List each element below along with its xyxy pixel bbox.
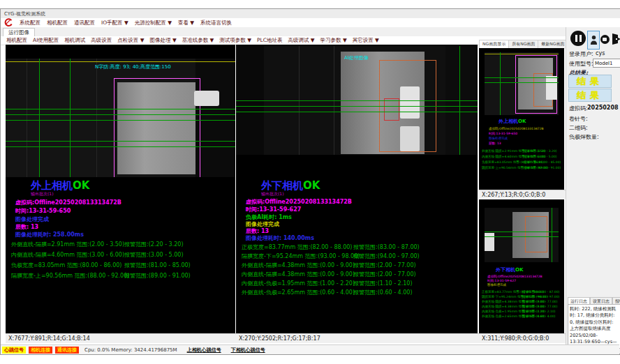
menu-item-light-config[interactable]: 光源控制配置 ▼ <box>135 20 172 26</box>
result-badge-bottom: 结果 <box>568 89 612 102</box>
mini-barcode: 虚拟码:Offline2025020813313472B <box>489 127 544 130</box>
mini-process-done: 图像处理完成 <box>489 137 508 140</box>
cursor-status-left: X:7677;Y:891;R:14;G:14;B:14 <box>6 333 238 343</box>
comm-connection-badge: 通讯连接 <box>55 347 79 354</box>
ng-image-top[interactable] <box>485 52 559 115</box>
mini-alarm: 报警范围:(0.60 - 4.00) <box>522 314 556 318</box>
camera-image-middle[interactable]: AI处理图像 <box>236 46 478 155</box>
cursor-status-ng-bottom: X:311;Y:980;R:0;G:0;B:0 <box>479 333 567 343</box>
overlay-line-green <box>6 109 235 109</box>
measurement-row: 外侧直线-负极=2.65mm 范围:(0.60 - 4.00) 报警范围:(0.… <box>236 289 478 296</box>
cursor-coordinates: X:311;Y:980;R:0;G:0;B:0 <box>482 335 549 342</box>
overlay-line-green <box>236 106 478 107</box>
mini-alarm: 报警范围:(89.00 - 91.00) <box>524 166 561 169</box>
tabbar: 运行图像 <box>1 27 618 37</box>
tool-test-params[interactable]: 测试项参数 ▼ <box>219 37 251 44</box>
tool-other-settings[interactable]: 其它设置 ▼ <box>353 37 379 44</box>
app-status-bar: 心跳信号 相机连接 通讯连接 Cpu: 0.0% Memory: 3424.41… <box>1 344 619 354</box>
scene-dark-column <box>195 59 235 177</box>
measurement-row: 隔膜宽度-上=90.56mm 范围:(88.00 - 92.00) 报警范围:(… <box>6 272 235 279</box>
model-label: 使用型号: <box>569 60 593 68</box>
user-button[interactable] <box>587 31 600 50</box>
log-textbox[interactable]: 耗时: 222, 绝缘检测耗时: 17, 绝缘分类耗时: 0, 绝缘提取分区耗时… <box>568 304 620 349</box>
workpiece <box>117 82 195 174</box>
tool-learn-params[interactable]: 学习参数 ▼ <box>320 37 347 44</box>
measurement-text: 外侧直线-隔膜=2.91mm 范围:(2.00 - 3.50) <box>11 241 124 248</box>
camera-view-middle: AI处理图像 外下相机OK 输出批次(1) 虚拟码:Offline2025020… <box>236 45 478 333</box>
exit-button[interactable] <box>610 31 620 47</box>
heartbeat-badge: 心跳信号 <box>2 347 26 354</box>
overlay-label: N字防:高度: 93; 40;高度范围:150 <box>95 63 171 70</box>
tool-plc-address[interactable]: PLC地址表 <box>257 37 282 44</box>
overlay-roi-rect-red <box>384 98 399 121</box>
camera-title: 外下相机 <box>261 179 303 192</box>
user-icon <box>590 35 598 45</box>
mini-alarm: 报警范围:(2.00 - 77.00) <box>522 300 557 303</box>
tool-camera-debug[interactable]: 相机调试 <box>64 37 85 44</box>
overlay-line-green <box>70 59 71 177</box>
result-text: 结果 <box>577 89 603 102</box>
alarm-range: 报警范围:(2.00 - 77.00) <box>353 271 416 278</box>
alarm-range: 报警范围:(94.00 - 97.00) <box>353 252 420 260</box>
mini-time: 时间:13-31-59-650 <box>489 132 517 135</box>
menu-item-io-config[interactable]: IO手配置 ▼ <box>101 20 128 26</box>
ng-view-top: 外上相机OK 虚拟码:Offline2025020813313472B 时间:1… <box>479 48 564 190</box>
menu-item-language-switch[interactable]: 系统语言切换 <box>200 20 232 26</box>
tool-image-processing[interactable]: 图像处理 ▼ <box>150 37 177 44</box>
tool-ai-usage-config[interactable]: AI使用配置 <box>33 37 59 44</box>
model-input[interactable]: Model1 <box>593 59 620 68</box>
log-text: 耗时: 222, 绝缘检测耗时: 17, 绝缘分类耗时: 0, 绝缘提取分区耗时… <box>570 306 617 349</box>
pause-button[interactable] <box>570 31 586 46</box>
bright-feature <box>485 233 494 251</box>
mini-camera-result: 外下相机OK <box>496 266 523 273</box>
window-title: CYG-视觉检测系统 <box>4 10 45 17</box>
measurement-row: 内侧直线-负极=1.95mm 范围:(1.00 - 2.20) 报警范围:(1.… <box>236 280 478 287</box>
overlay-line-green <box>6 141 235 142</box>
mini-alarm: 报警范围:(2.20 - 3.20) <box>524 149 557 153</box>
alarm-range: 报警范围:(3.00 - 5.00) <box>124 251 184 259</box>
tool-spot-check[interactable]: 点检设置 ▼ <box>117 37 144 44</box>
bright-feature <box>400 86 420 119</box>
mini-alarm: 报警范围:(83.00 - 87.00) <box>522 290 559 294</box>
menu-item-comm-config[interactable]: 通讯配置 <box>74 20 95 26</box>
measurement-text: 内侧直线-隔膜=4.38mm 范围:(0.00 - 9.00) <box>242 271 355 278</box>
overlay-line-green <box>485 232 559 232</box>
app-logo-icon <box>4 18 13 27</box>
measurement-row: 负极宽度=83.05mm 范围:(80.00 - 86.00) 报警范围:(81… <box>6 261 235 268</box>
mini-layers: 层数: 13 <box>489 142 501 145</box>
mini-camera-result: 外上相机OK <box>499 118 526 125</box>
result-text: 结果 <box>577 75 603 88</box>
overlay-line-green <box>6 114 235 115</box>
menu-item-camera-config[interactable]: 相机配置 <box>47 20 68 26</box>
alarm-range: 报警范围:(81.00 - 85.00) <box>124 261 191 269</box>
display-icon <box>600 35 610 44</box>
camera-image-left[interactable]: N字防:高度: 93; 40;高度范围:150 <box>6 59 235 177</box>
tool-advanced-debug[interactable]: 高级调试 ▼ <box>288 37 314 44</box>
alarm-range: 报警范围:(1.10 - 2.10) <box>353 280 413 287</box>
upper-camera-heartbeat-link[interactable]: 上相机心跳信号 <box>187 347 221 354</box>
scene-seam <box>27 59 27 177</box>
display-button[interactable] <box>600 32 610 46</box>
tool-advanced-settings[interactable]: 高级设置 <box>91 37 112 44</box>
mini-alarm: 报警范围:(3.00 - 5.00) <box>524 155 557 158</box>
overlay-line-green <box>485 236 559 237</box>
ng-view-bottom: 外下相机OK 虚拟码:Offline2025020813313472B 时间:1… <box>479 199 564 333</box>
output-batch-label: 输出批次(1) <box>261 191 284 197</box>
lower-camera-heartbeat-link[interactable]: 下相机心跳信号 <box>231 347 265 354</box>
login-user-value: cys <box>596 50 605 56</box>
measurement-text: 外侧直线-隔膜=4.38mm 范围:(0.00 - 9.00) <box>242 261 355 269</box>
login-user-label: 登录用户: <box>569 50 593 58</box>
tool-baseline-params[interactable]: 基准线参数 ▼ <box>182 37 214 44</box>
output-batch-label: 输出批次(1) <box>31 191 54 197</box>
overlay-line-green <box>485 82 559 83</box>
menu-item-view[interactable]: 查看 ▼ <box>178 20 194 26</box>
overlay-line-green <box>6 120 235 121</box>
measurement-text: 外侧直线-负极=2.65mm 范围:(0.60 - 4.00) <box>242 289 355 296</box>
menubar: 系统配置 相机配置 通讯配置 IO手配置 ▼ 光源控制配置 ▼ 查看 ▼ 系统语… <box>1 18 620 28</box>
needle-number-label: 卷针号: <box>569 115 588 123</box>
menu-item-system-config[interactable]: 系统配置 <box>20 20 40 26</box>
tool-camera-config[interactable]: 相机配置 <box>6 37 27 44</box>
measurement-row: 外侧直线-隔膜=2.91mm 范围:(2.00 - 3.50) 报警范围:(2.… <box>6 241 235 248</box>
virtual-code-value: 20250208 <box>587 105 619 111</box>
ng-image-bottom[interactable] <box>485 208 559 262</box>
